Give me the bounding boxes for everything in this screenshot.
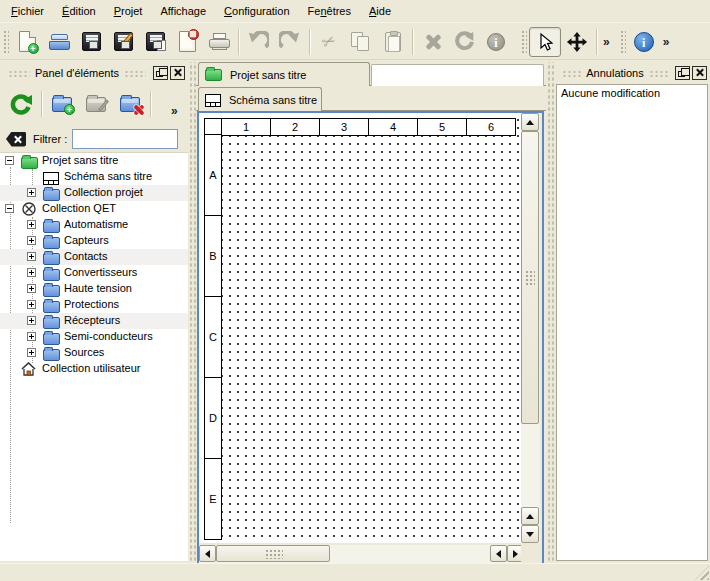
panel-toolbar-overflow-button[interactable]: » [168, 104, 181, 118]
print-button[interactable] [203, 27, 235, 57]
menu-fichier[interactable]: Fichier [2, 1, 53, 21]
conductor-info-button[interactable]: i [480, 27, 512, 57]
tree-item-collection-projet[interactable]: Collection projet [0, 185, 188, 201]
move-tool-button[interactable] [561, 27, 593, 57]
tree-item-project[interactable]: Projet sans titre [0, 153, 188, 169]
left-splitter-handle[interactable] [188, 62, 196, 562]
right-splitter-handle[interactable] [546, 62, 554, 562]
scroll-up-button[interactable] [521, 113, 539, 131]
copy-button[interactable] [345, 27, 377, 57]
save-button[interactable] [75, 27, 107, 57]
close-icon [695, 68, 704, 77]
tree-item-protections[interactable]: Protections [0, 297, 188, 313]
tab-projet-sans-titre[interactable]: Projet sans titre [198, 62, 370, 86]
expand-toggle-icon[interactable] [27, 300, 36, 309]
float-panel-button[interactable] [675, 66, 690, 80]
elements-panel-toolbar: + » [0, 83, 188, 125]
horizontal-scrollbar[interactable] [199, 545, 524, 563]
menu-configuration[interactable]: Configuration [215, 1, 298, 21]
undo-icon [247, 31, 269, 53]
scroll-up-button-2[interactable] [521, 507, 539, 525]
select-tool-button[interactable] [529, 27, 561, 57]
expand-toggle-icon[interactable] [27, 188, 36, 197]
close-document-button[interactable]: × [171, 27, 203, 57]
tree-item-sources[interactable]: Sources [0, 345, 188, 361]
menu-projet[interactable]: Projet [105, 1, 152, 21]
save-all-button[interactable] [139, 27, 171, 57]
project-window: Schéma sans titre 1 2 3 4 5 6 A B C D [196, 86, 546, 566]
tree-item-collection-qet[interactable]: Collection QET [0, 201, 188, 217]
collapse-toggle-icon[interactable] [5, 156, 14, 165]
close-panel-button[interactable] [692, 66, 707, 80]
about-button[interactable]: i [628, 27, 660, 57]
tab-schema-sans-titre[interactable]: Schéma sans titre [198, 87, 322, 111]
tree-item-collection-utilisateur[interactable]: Collection utilisateur [0, 361, 188, 377]
reload-collections-button[interactable] [4, 87, 38, 121]
menu-affichage[interactable]: Affichage [151, 1, 215, 21]
expand-toggle-icon[interactable] [27, 332, 36, 341]
filter-input[interactable] [72, 129, 178, 149]
save-as-button[interactable] [107, 27, 139, 57]
vertical-scrollbar[interactable] [521, 113, 540, 543]
column-label: 3 [319, 118, 369, 136]
scroll-left-button[interactable] [199, 545, 216, 562]
horizontal-scrollbar-thumb[interactable] [216, 545, 330, 562]
expand-toggle-icon[interactable] [27, 220, 36, 229]
schema-canvas[interactable]: 1 2 3 4 5 6 A B C D E [199, 113, 521, 543]
tree-item-convertisseurs[interactable]: Convertisseurs [0, 265, 188, 281]
toolbar-overflow-button[interactable]: » [600, 35, 613, 49]
close-panel-button[interactable] [170, 66, 185, 80]
expand-toggle-icon[interactable] [27, 268, 36, 277]
expand-toggle-icon[interactable] [27, 252, 36, 261]
expand-toggle-icon[interactable] [27, 236, 36, 245]
new-category-button[interactable]: + [45, 87, 79, 121]
expand-toggle-icon[interactable] [27, 316, 36, 325]
undo-history-list[interactable]: Aucune modification [556, 84, 708, 561]
tree-item-haute-tension[interactable]: Haute tension [0, 281, 188, 297]
toolbar-separator [412, 29, 413, 55]
float-panel-button[interactable] [153, 66, 168, 80]
new-document-icon: + [19, 31, 36, 52]
open-project-button[interactable] [43, 27, 75, 57]
scroll-left-button-2[interactable] [490, 545, 507, 562]
close-icon [173, 68, 182, 77]
resize-grip[interactable] [695, 566, 709, 580]
undo-list-item[interactable]: Aucune modification [557, 85, 707, 101]
tree-item-schema[interactable]: Schéma sans titre [0, 169, 188, 185]
project-folder-icon [21, 157, 38, 169]
menu-edition[interactable]: Édition [53, 1, 105, 21]
tree-item-recepteurs[interactable]: Récepteurs [0, 313, 188, 329]
rotate-button[interactable] [448, 27, 480, 57]
expand-toggle-icon[interactable] [27, 284, 36, 293]
toolbar-drag-handle[interactable] [2, 29, 9, 55]
toolbar-drag-handle[interactable] [520, 29, 527, 55]
toolbar-drag-handle[interactable] [619, 29, 626, 55]
tree-item-capteurs[interactable]: Capteurs [0, 233, 188, 249]
row-header: A B C D E [204, 135, 222, 540]
redo-button[interactable] [274, 27, 306, 57]
paste-button[interactable] [377, 27, 409, 57]
menu-fenetres[interactable]: Fenêtres [299, 1, 360, 21]
collapse-toggle-icon[interactable] [5, 204, 14, 213]
delete-icon [423, 33, 441, 51]
menu-aide[interactable]: Aide [360, 1, 400, 21]
edit-category-button[interactable] [79, 87, 113, 121]
tree-item-automatisme[interactable]: Automatisme [0, 217, 188, 233]
new-document-button[interactable]: + [11, 27, 43, 57]
toolbar-separator [150, 91, 151, 117]
tree-item-contacts[interactable]: Contacts [0, 249, 188, 265]
clear-filter-icon[interactable] [6, 132, 26, 147]
expand-toggle-icon[interactable] [27, 348, 36, 357]
column-label: 6 [466, 118, 516, 136]
tree-item-semi-conducteurs[interactable]: Semi-conducteurs [0, 329, 188, 345]
cut-button[interactable]: ✂ [313, 27, 345, 57]
filter-label: Filtrer : [33, 133, 67, 145]
scroll-down-button[interactable] [521, 525, 539, 543]
toolbar-overflow-button[interactable]: » [660, 35, 673, 49]
schema-icon [43, 172, 59, 185]
undo-button[interactable] [242, 27, 274, 57]
delete-button[interactable] [416, 27, 448, 57]
delete-category-button[interactable] [113, 87, 147, 121]
thumb-grip [265, 549, 283, 559]
vertical-scrollbar-thumb[interactable] [521, 131, 539, 424]
